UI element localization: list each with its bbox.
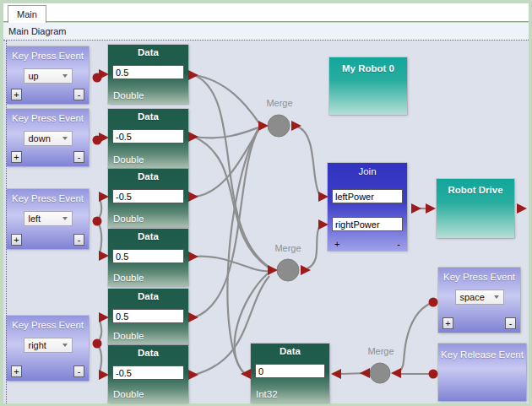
chevron-down-icon	[62, 137, 68, 140]
data-type-label: Double	[113, 273, 144, 283]
remove-pin-button[interactable]: -	[397, 239, 400, 249]
selected-key: right	[29, 340, 46, 350]
chevron-down-icon	[62, 217, 68, 220]
add-connection-button[interactable]: +	[11, 234, 22, 246]
merge-label: Merge	[360, 346, 402, 356]
block-title: Key Press Event	[438, 268, 520, 282]
data-type-label: Double	[113, 214, 144, 224]
my-robot-activity[interactable]: My Robot 0	[329, 57, 407, 115]
data-type-label: Double	[113, 90, 144, 100]
block-title: Key Press Event	[7, 109, 89, 123]
remove-connection-button[interactable]: -	[505, 317, 516, 329]
key-selector-dropdown[interactable]: down	[24, 131, 73, 146]
join-block[interactable]: Join + -	[328, 163, 407, 251]
block-title: Key Release Event	[438, 344, 526, 360]
key-selector-dropdown[interactable]: space	[455, 290, 504, 305]
data-type-label: Double	[113, 389, 144, 399]
block-title: Join	[328, 163, 407, 176]
diagram-header: Main Diagram	[3, 23, 529, 40]
data-value-input[interactable]	[112, 189, 184, 203]
remove-connection-button[interactable]: -	[73, 151, 84, 163]
add-connection-button[interactable]: +	[11, 89, 22, 100]
selected-key: up	[29, 71, 39, 81]
block-title: Robot Drive	[437, 179, 514, 195]
data-value-input[interactable]	[112, 65, 184, 79]
data-value-input[interactable]	[112, 249, 184, 263]
selected-key: space	[460, 292, 485, 302]
add-pin-button[interactable]: +	[334, 239, 339, 249]
key-press-event-block-right[interactable]: Key Press Event right + -	[7, 316, 89, 381]
block-title: Data	[108, 289, 188, 301]
block-title: Data	[251, 344, 329, 356]
add-connection-button[interactable]: +	[442, 317, 453, 329]
selected-key: down	[29, 133, 51, 143]
data-block[interactable]: Data Double	[108, 229, 188, 286]
key-selector-dropdown[interactable]: right	[24, 338, 73, 353]
data-value-input[interactable]	[112, 309, 184, 323]
key-selector-dropdown[interactable]: left	[24, 211, 73, 226]
key-press-event-block-space[interactable]: Key Press Event space + -	[438, 268, 520, 333]
add-connection-button[interactable]: +	[11, 151, 22, 163]
chevron-down-icon	[494, 295, 499, 299]
data-type-label: Double	[113, 331, 144, 341]
block-title: Data	[108, 109, 188, 122]
add-connection-button[interactable]: +	[11, 365, 22, 377]
data-type-label: Int32	[256, 389, 278, 399]
join-input-rightpower[interactable]	[332, 217, 403, 231]
page-title: Main Diagram	[8, 26, 66, 36]
data-value-input[interactable]	[112, 365, 184, 380]
key-selector-dropdown[interactable]: up	[24, 68, 73, 84]
key-release-event-block[interactable]: Key Release Event	[438, 344, 526, 401]
remove-connection-button[interactable]: -	[73, 365, 84, 377]
block-title: Data	[108, 229, 188, 241]
data-block[interactable]: Data Double	[108, 289, 188, 344]
selected-key: left	[29, 214, 41, 224]
tab-main[interactable]: Main	[8, 5, 46, 23]
chevron-down-icon	[62, 344, 68, 347]
block-title: Data	[108, 169, 188, 181]
block-title: Key Press Event	[7, 189, 89, 203]
merge-label: Merge	[267, 243, 309, 253]
data-block-int32[interactable]: Data Int32	[251, 344, 329, 403]
data-value-input[interactable]	[112, 129, 184, 143]
join-input-leftpower[interactable]	[332, 189, 403, 203]
remove-connection-button[interactable]: -	[73, 234, 84, 246]
key-press-event-block-down[interactable]: Key Press Event down + -	[7, 109, 89, 166]
data-type-label: Double	[113, 154, 144, 165]
vpl-window: Main Main Diagram Key Press Event up + -…	[0, 0, 532, 406]
data-block[interactable]: Data Double	[108, 109, 188, 168]
remove-connection-button[interactable]: -	[73, 89, 84, 100]
merge-label: Merge	[258, 98, 301, 108]
key-press-event-block-left[interactable]: Key Press Event left + -	[7, 189, 89, 249]
tab-bar: Main	[3, 3, 529, 22]
block-title: Key Press Event	[7, 46, 89, 61]
block-title: Key Press Event	[7, 316, 89, 330]
data-block[interactable]: Data Double	[108, 169, 188, 227]
robot-drive-activity[interactable]: Robot Drive	[437, 179, 514, 238]
block-title: Data	[108, 345, 188, 358]
chevron-down-icon	[62, 74, 68, 78]
data-block[interactable]: Data Double	[108, 45, 188, 104]
key-press-event-block-up[interactable]: Key Press Event up + -	[7, 46, 89, 104]
data-value-input[interactable]	[255, 364, 325, 378]
block-title: Data	[108, 45, 188, 57]
block-title: My Robot 0	[329, 57, 407, 73]
data-block[interactable]: Data Double	[108, 345, 188, 403]
tab-main-label: Main	[17, 9, 37, 19]
